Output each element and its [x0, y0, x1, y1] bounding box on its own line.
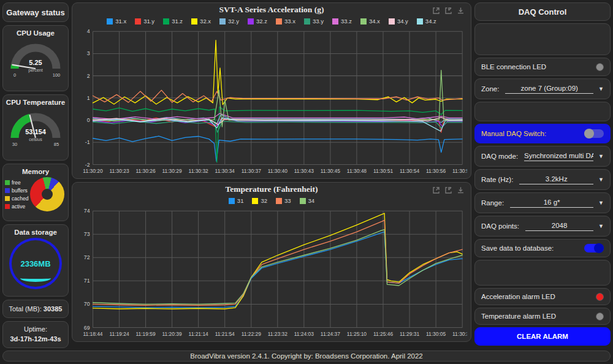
svg-text:11:30:48: 11:30:48	[347, 168, 367, 174]
empty-card	[474, 23, 611, 55]
acceleration-alarm-led	[596, 293, 604, 301]
svg-text:percent: percent	[28, 68, 42, 73]
legend-item[interactable]: 34	[300, 197, 315, 204]
legend-label: buffers	[12, 188, 28, 194]
legend-label: 31.z	[172, 18, 183, 25]
daq-points-dropdown-row[interactable]: DAQ points: 2048 ▼	[474, 216, 611, 237]
cpu-usage-title: CPU Usage	[17, 29, 55, 37]
download-icon[interactable]	[457, 7, 465, 17]
legend-swatch	[276, 18, 282, 25]
legend-label: 34	[308, 197, 315, 204]
svg-text:53.154: 53.154	[25, 128, 47, 135]
ble-led-label: BLE connection LED	[481, 63, 546, 70]
footer-bar: BroadVibra version 2.4.1. Copyright by: …	[2, 351, 611, 362]
legend-item[interactable]: 34.x	[360, 18, 380, 25]
acceleration-alarm-label: Acceleration alarm LED	[481, 293, 555, 300]
memory-legend-item: free	[5, 180, 28, 186]
chevron-down-icon: ▼	[598, 176, 604, 183]
temperature-plot: 69707172737411:18:4411:19:2411:19:5911:2…	[76, 206, 467, 340]
svg-text:0: 0	[87, 117, 90, 123]
legend-item[interactable]: 32.z	[248, 18, 267, 25]
svg-text:2: 2	[87, 73, 90, 79]
svg-text:85: 85	[54, 142, 59, 147]
legend-swatch	[135, 18, 141, 25]
legend-swatch	[276, 198, 282, 204]
legend-item[interactable]: 34.y	[389, 18, 408, 25]
svg-text:11:25:10: 11:25:10	[347, 331, 367, 337]
clear-alarm-button[interactable]: CLEAR ALARM	[474, 327, 611, 346]
expand-corner-icon[interactable]	[432, 186, 440, 196]
gateway-status-panel: Gateway status CPU Usage 5.25percent0100…	[2, 2, 69, 348]
legend-item[interactable]: 32	[252, 197, 267, 204]
legend-label: active	[12, 203, 25, 210]
svg-text:11:30:54: 11:30:54	[400, 168, 419, 174]
save-db-toggle[interactable]	[584, 244, 604, 252]
legend-item[interactable]: 32.x	[191, 18, 211, 25]
empty-card	[474, 102, 611, 121]
data-storage-card: Data storage 2336MB	[2, 224, 69, 297]
legend-swatch	[5, 188, 10, 193]
svg-text:69: 69	[84, 324, 90, 330]
legend-label: 31.x	[115, 18, 126, 25]
daq-mode-select[interactable]: Synchronized multi DAQ	[524, 152, 593, 161]
expand-corner-icon[interactable]	[432, 7, 440, 17]
svg-text:11:22:29: 11:22:29	[242, 331, 261, 337]
legend-label: 32.x	[200, 18, 211, 25]
legend-item[interactable]: 34.z	[417, 18, 436, 25]
rate-dropdown-row[interactable]: Rate (Hz): 3.2kHz ▼	[474, 169, 611, 190]
save-db-label: Save data to database:	[481, 245, 554, 252]
cpu-temperature-title: CPU Temperature	[6, 99, 65, 106]
legend-swatch	[304, 18, 310, 25]
collapse-corner-icon[interactable]	[444, 7, 452, 17]
legend-item[interactable]: 33.x	[276, 18, 295, 25]
legend-item[interactable]: 33.y	[304, 18, 324, 25]
legend-label: 34.x	[369, 18, 380, 25]
legend-label: 32	[261, 197, 267, 204]
zone-select[interactable]: zone 7 (Group:09)	[505, 85, 593, 94]
svg-text:3: 3	[87, 50, 90, 56]
daq-points-label: DAQ points:	[481, 222, 519, 230]
svg-text:11:25:46: 11:25:46	[373, 331, 393, 337]
legend-label: 34.y	[397, 18, 408, 25]
svg-text:0: 0	[13, 72, 16, 78]
legend-swatch	[191, 18, 197, 25]
svg-text:11:18:44: 11:18:44	[83, 331, 102, 337]
acceleration-chart-card: SVT-A Series Acceleration (g) 31.x 31.y …	[72, 2, 471, 179]
main-layout: Gateway status CPU Usage 5.25percent0100…	[0, 0, 613, 349]
uptime-card: Uptime: 3d-17h-12m-43s	[2, 321, 69, 348]
legend-item[interactable]: 31.y	[135, 18, 154, 25]
download-icon[interactable]	[457, 186, 465, 196]
svg-text:11:29:31: 11:29:31	[400, 331, 419, 337]
svg-text:11:30:56: 11:30:56	[426, 168, 446, 174]
collapse-corner-icon[interactable]	[444, 186, 452, 196]
legend-item[interactable]: 33.z	[332, 18, 352, 25]
range-select[interactable]: 16 g*	[510, 199, 593, 208]
svg-text:11:30:05: 11:30:05	[426, 331, 446, 337]
legend-item[interactable]: 31.x	[107, 18, 126, 25]
svg-text:11:30:36: 11:30:36	[452, 331, 467, 337]
data-storage-value: 2336MB	[20, 259, 50, 268]
svg-text:11:19:59: 11:19:59	[135, 331, 155, 337]
svg-text:11:21:14: 11:21:14	[189, 331, 208, 337]
rate-select[interactable]: 3.2kHz	[519, 175, 593, 184]
svg-text:5.25: 5.25	[29, 59, 42, 66]
manual-daq-switch-toggle[interactable]	[584, 129, 604, 138]
range-dropdown-row[interactable]: Range: 16 g* ▼	[474, 192, 611, 213]
legend-item[interactable]: 31	[229, 197, 244, 204]
memory-legend: free buffers cached active	[5, 180, 28, 210]
uptime-label: Uptime:	[24, 325, 47, 335]
data-storage-title: Data storage	[14, 229, 57, 236]
svg-text:71: 71	[84, 278, 90, 284]
total-mb-card: Total (MB): 30385	[2, 300, 69, 318]
legend-swatch	[332, 18, 338, 25]
zone-dropdown-row[interactable]: Zone: zone 7 (Group:09) ▼	[474, 78, 611, 99]
memory-card: Memory free buffers cached active	[2, 164, 69, 221]
daq-mode-dropdown-row[interactable]: DAQ mode: Synchronized multi DAQ ▼	[474, 146, 611, 167]
daq-points-select[interactable]: 2048	[525, 222, 593, 231]
legend-item[interactable]: 31.z	[163, 18, 183, 25]
daq-control-panel: DAQ Control BLE connection LED Zone: zon…	[474, 2, 611, 348]
daq-control-title: DAQ Control	[474, 2, 611, 21]
legend-item[interactable]: 33	[276, 197, 291, 204]
legend-item[interactable]: 32.y	[219, 18, 239, 25]
zone-label: Zone:	[481, 85, 499, 93]
